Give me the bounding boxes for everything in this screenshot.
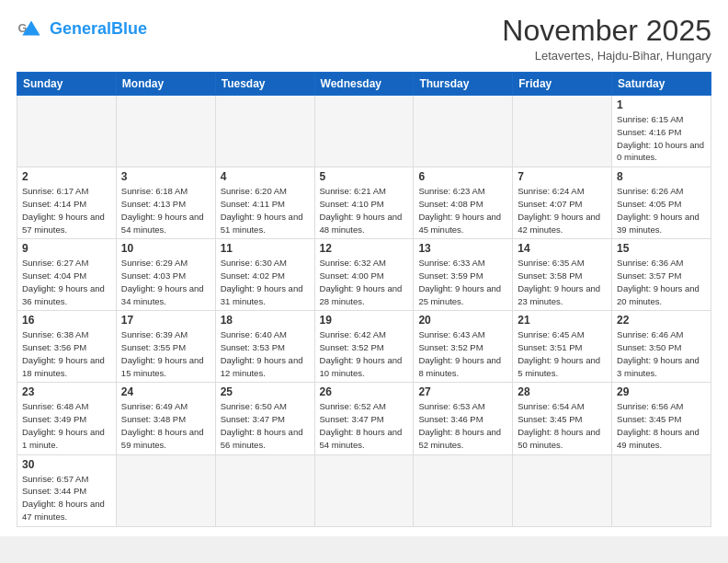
day-info: Sunrise: 6:50 AM Sunset: 3:47 PM Dayligh…	[221, 400, 310, 451]
calendar-cell	[612, 454, 711, 526]
calendar-cell: 27Sunrise: 6:53 AM Sunset: 3:46 PM Dayli…	[414, 383, 513, 454]
day-info: Sunrise: 6:24 AM Sunset: 4:07 PM Dayligh…	[518, 185, 607, 236]
calendar-cell: 15Sunrise: 6:36 AM Sunset: 3:57 PM Dayli…	[612, 239, 711, 311]
calendar-cell	[513, 96, 612, 167]
day-number: 6	[418, 170, 507, 183]
day-info: Sunrise: 6:46 AM Sunset: 3:50 PM Dayligh…	[617, 328, 706, 379]
title-block: November 2025 Letavertes, Hajdu-Bihar, H…	[502, 15, 711, 63]
day-number: 25	[221, 385, 310, 398]
day-info: Sunrise: 6:17 AM Sunset: 4:14 PM Dayligh…	[22, 185, 111, 236]
day-info: Sunrise: 6:15 AM Sunset: 4:16 PM Dayligh…	[617, 113, 706, 164]
location-subtitle: Letavertes, Hajdu-Bihar, Hungary	[502, 49, 711, 63]
weekday-header-row: SundayMondayTuesdayWednesdayThursdayFrid…	[17, 73, 711, 96]
logo-blue: Blue	[111, 19, 147, 38]
calendar-cell: 21Sunrise: 6:45 AM Sunset: 3:51 PM Dayli…	[513, 311, 612, 383]
weekday-header-friday: Friday	[513, 73, 612, 96]
calendar-cell	[116, 454, 215, 526]
day-info: Sunrise: 6:29 AM Sunset: 4:03 PM Dayligh…	[121, 257, 210, 307]
calendar-cell: 16Sunrise: 6:38 AM Sunset: 3:56 PM Dayli…	[17, 311, 117, 383]
logo-text: GeneralBlue	[50, 20, 147, 39]
calendar-cell	[17, 96, 117, 167]
week-row-6: 30Sunrise: 6:57 AM Sunset: 3:44 PM Dayli…	[17, 454, 711, 526]
day-number: 13	[418, 242, 507, 255]
weekday-header-thursday: Thursday	[414, 73, 513, 96]
day-info: Sunrise: 6:23 AM Sunset: 4:08 PM Dayligh…	[418, 185, 507, 236]
day-number: 26	[320, 385, 409, 398]
day-number: 2	[22, 170, 111, 183]
calendar-cell	[414, 454, 513, 526]
day-info: Sunrise: 6:56 AM Sunset: 3:45 PM Dayligh…	[617, 400, 706, 451]
day-info: Sunrise: 6:33 AM Sunset: 3:59 PM Dayligh…	[418, 257, 507, 307]
calendar-cell	[215, 96, 314, 167]
calendar-cell	[314, 454, 414, 526]
calendar-cell: 20Sunrise: 6:43 AM Sunset: 3:52 PM Dayli…	[414, 311, 513, 383]
day-info: Sunrise: 6:18 AM Sunset: 4:13 PM Dayligh…	[121, 185, 210, 236]
day-number: 30	[22, 458, 111, 471]
calendar-cell	[414, 96, 513, 167]
day-info: Sunrise: 6:57 AM Sunset: 3:44 PM Dayligh…	[22, 473, 111, 523]
day-info: Sunrise: 6:40 AM Sunset: 3:53 PM Dayligh…	[221, 328, 310, 379]
day-number: 15	[617, 242, 706, 255]
day-number: 4	[221, 170, 310, 183]
calendar-cell	[513, 454, 612, 526]
calendar-cell: 25Sunrise: 6:50 AM Sunset: 3:47 PM Dayli…	[215, 383, 314, 454]
weekday-header-saturday: Saturday	[612, 73, 711, 96]
day-number: 23	[22, 385, 111, 398]
calendar-cell: 6Sunrise: 6:23 AM Sunset: 4:08 PM Daylig…	[414, 167, 513, 239]
day-info: Sunrise: 6:53 AM Sunset: 3:46 PM Dayligh…	[418, 400, 507, 451]
day-info: Sunrise: 6:26 AM Sunset: 4:05 PM Dayligh…	[617, 185, 706, 236]
day-number: 24	[121, 385, 210, 398]
month-title: November 2025	[502, 15, 711, 47]
day-number: 27	[418, 385, 507, 398]
calendar-cell: 30Sunrise: 6:57 AM Sunset: 3:44 PM Dayli…	[17, 454, 117, 526]
calendar-cell: 7Sunrise: 6:24 AM Sunset: 4:07 PM Daylig…	[513, 167, 612, 239]
day-number: 8	[617, 170, 706, 183]
day-info: Sunrise: 6:43 AM Sunset: 3:52 PM Dayligh…	[418, 328, 507, 379]
calendar-cell: 17Sunrise: 6:39 AM Sunset: 3:55 PM Dayli…	[116, 311, 215, 383]
calendar-cell: 24Sunrise: 6:49 AM Sunset: 3:48 PM Dayli…	[116, 383, 215, 454]
day-info: Sunrise: 6:48 AM Sunset: 3:49 PM Dayligh…	[22, 400, 111, 451]
day-number: 3	[121, 170, 210, 183]
logo-general: General	[50, 19, 111, 38]
calendar-cell: 9Sunrise: 6:27 AM Sunset: 4:04 PM Daylig…	[17, 239, 117, 311]
day-number: 18	[221, 314, 310, 327]
calendar-cell	[116, 96, 215, 167]
day-info: Sunrise: 6:32 AM Sunset: 4:00 PM Dayligh…	[320, 257, 409, 307]
weekday-header-monday: Monday	[116, 73, 215, 96]
calendar-cell: 29Sunrise: 6:56 AM Sunset: 3:45 PM Dayli…	[612, 383, 711, 454]
day-info: Sunrise: 6:35 AM Sunset: 3:58 PM Dayligh…	[518, 257, 607, 307]
day-number: 5	[320, 170, 409, 183]
calendar-cell: 11Sunrise: 6:30 AM Sunset: 4:02 PM Dayli…	[215, 239, 314, 311]
week-row-5: 23Sunrise: 6:48 AM Sunset: 3:49 PM Dayli…	[17, 383, 711, 454]
day-number: 21	[518, 314, 607, 327]
week-row-2: 2Sunrise: 6:17 AM Sunset: 4:14 PM Daylig…	[17, 167, 711, 239]
day-number: 16	[22, 314, 111, 327]
logo: G GeneralBlue	[17, 15, 147, 44]
calendar-cell: 4Sunrise: 6:20 AM Sunset: 4:11 PM Daylig…	[215, 167, 314, 239]
day-number: 28	[518, 385, 607, 398]
day-info: Sunrise: 6:21 AM Sunset: 4:10 PM Dayligh…	[320, 185, 409, 236]
calendar-cell: 22Sunrise: 6:46 AM Sunset: 3:50 PM Dayli…	[612, 311, 711, 383]
day-info: Sunrise: 6:45 AM Sunset: 3:51 PM Dayligh…	[518, 328, 607, 379]
calendar-cell: 8Sunrise: 6:26 AM Sunset: 4:05 PM Daylig…	[612, 167, 711, 239]
weekday-header-sunday: Sunday	[17, 73, 117, 96]
day-number: 20	[418, 314, 507, 327]
day-number: 11	[221, 242, 310, 255]
calendar-cell: 26Sunrise: 6:52 AM Sunset: 3:47 PM Dayli…	[314, 383, 414, 454]
calendar-cell: 28Sunrise: 6:54 AM Sunset: 3:45 PM Dayli…	[513, 383, 612, 454]
day-info: Sunrise: 6:27 AM Sunset: 4:04 PM Dayligh…	[22, 257, 111, 307]
calendar-cell	[314, 96, 414, 167]
day-info: Sunrise: 6:30 AM Sunset: 4:02 PM Dayligh…	[221, 257, 310, 307]
day-info: Sunrise: 6:38 AM Sunset: 3:56 PM Dayligh…	[22, 328, 111, 379]
page-header: G GeneralBlue November 2025 Letavertes, …	[17, 15, 711, 63]
day-number: 7	[518, 170, 607, 183]
day-number: 1	[617, 98, 706, 111]
week-row-4: 16Sunrise: 6:38 AM Sunset: 3:56 PM Dayli…	[17, 311, 711, 383]
general-blue-icon: G	[17, 15, 46, 44]
day-number: 29	[617, 385, 706, 398]
day-number: 17	[121, 314, 210, 327]
day-info: Sunrise: 6:39 AM Sunset: 3:55 PM Dayligh…	[121, 328, 210, 379]
calendar-cell	[215, 454, 314, 526]
calendar-cell: 3Sunrise: 6:18 AM Sunset: 4:13 PM Daylig…	[116, 167, 215, 239]
calendar-cell: 5Sunrise: 6:21 AM Sunset: 4:10 PM Daylig…	[314, 167, 414, 239]
